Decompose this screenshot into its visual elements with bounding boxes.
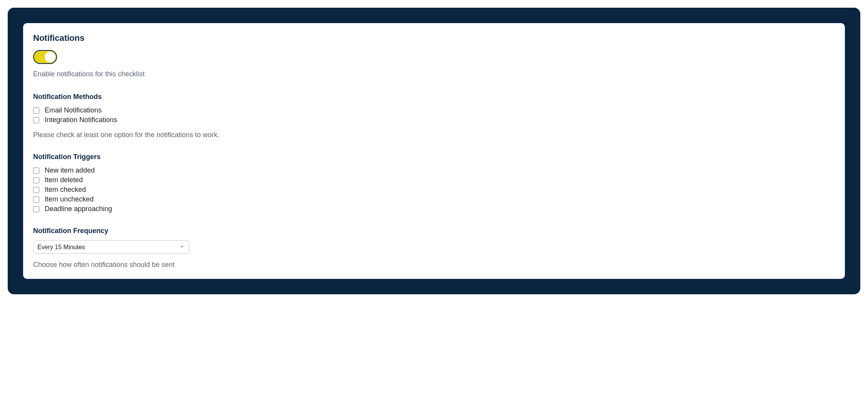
checkbox-label: Item deleted <box>45 176 83 184</box>
panel-title: Notifications <box>33 33 835 43</box>
outer-frame: Notifications Enable notifications for t… <box>8 8 860 294</box>
checkbox-label: New item added <box>45 166 95 174</box>
trigger-row: Item checked <box>33 186 835 194</box>
triggers-group: New item added Item deleted Item checked… <box>33 166 835 213</box>
frequency-select-wrapper: Every 15 Minutes <box>33 240 189 254</box>
toggle-description: Enable notifications for this checklist <box>33 70 835 78</box>
frequency-select[interactable]: Every 15 Minutes <box>33 240 189 254</box>
new-item-added-checkbox[interactable] <box>33 168 39 174</box>
checkbox-label: Email Notifications <box>45 106 102 114</box>
trigger-row: Item deleted <box>33 176 835 184</box>
method-row: Email Notifications <box>33 106 835 114</box>
item-unchecked-checkbox[interactable] <box>33 196 39 203</box>
toggle-knob <box>45 52 55 62</box>
methods-helper-text: Please check at least one option for the… <box>33 131 835 139</box>
deadline-approaching-checkbox[interactable] <box>33 206 39 212</box>
checkbox-label: Deadline approaching <box>45 205 112 213</box>
checkbox-label: Item checked <box>45 186 86 194</box>
notifications-panel: Notifications Enable notifications for t… <box>23 23 845 279</box>
methods-group: Email Notifications Integration Notifica… <box>33 106 835 124</box>
triggers-heading: Notification Triggers <box>33 153 835 161</box>
trigger-row: New item added <box>33 166 835 174</box>
trigger-row: Item unchecked <box>33 195 835 203</box>
method-row: Integration Notifications <box>33 116 835 124</box>
frequency-helper-text: Choose how often notifications should be… <box>33 261 835 269</box>
integration-notifications-checkbox[interactable] <box>33 117 39 123</box>
item-checked-checkbox[interactable] <box>33 187 39 193</box>
methods-heading: Notification Methods <box>33 93 835 101</box>
checkbox-label: Integration Notifications <box>45 116 117 124</box>
trigger-row: Deadline approaching <box>33 205 835 213</box>
email-notifications-checkbox[interactable] <box>33 107 39 114</box>
checkbox-label: Item unchecked <box>45 195 94 203</box>
enable-notifications-toggle[interactable] <box>33 50 57 64</box>
item-deleted-checkbox[interactable] <box>33 177 39 183</box>
frequency-heading: Notification Frequency <box>33 227 835 235</box>
